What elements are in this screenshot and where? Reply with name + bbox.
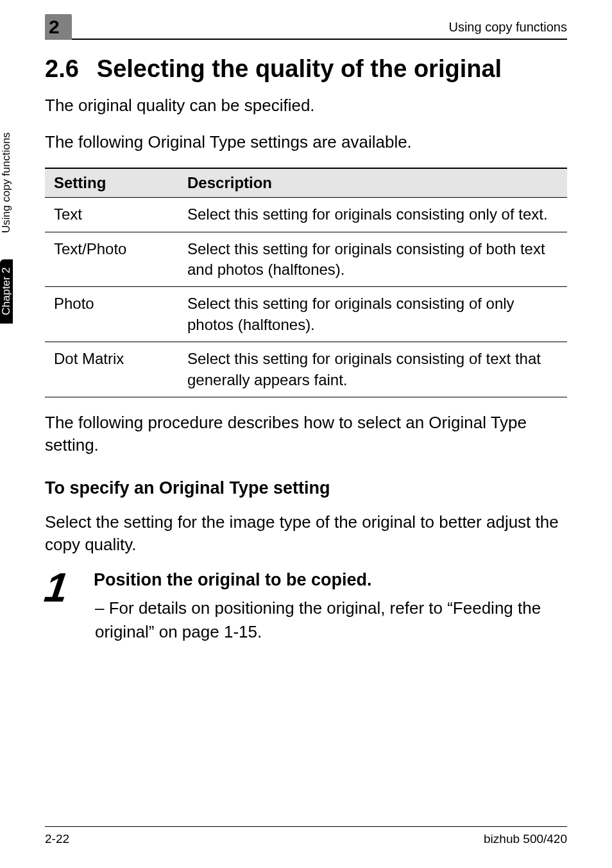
section-number: 2.6 (45, 55, 79, 83)
cell-description: Select this setting for originals consis… (178, 198, 567, 232)
side-tab: Using copy functions Chapter 2 (0, 109, 26, 327)
table-header-description: Description (178, 168, 567, 198)
cell-description: Select this setting for originals consis… (178, 342, 567, 397)
cell-setting: Text/Photo (45, 232, 178, 287)
footer-rule (45, 826, 567, 827)
side-tab-chapter-label: Chapter 2 (0, 259, 13, 324)
main-content: 2.6Selecting the quality of the original… (45, 40, 567, 643)
footer-product-name: bizhub 500/420 (484, 832, 567, 846)
cell-setting: Text (45, 198, 178, 232)
side-tab-section-label: Using copy functions (0, 109, 13, 259)
section-heading: 2.6Selecting the quality of the original (45, 55, 567, 83)
cell-description: Select this setting for originals consis… (178, 287, 567, 342)
table-row: Text Select this setting for originals c… (45, 198, 567, 232)
cell-description: Select this setting for originals consis… (178, 232, 567, 287)
step-title: Position the original to be copied. (94, 570, 567, 590)
after-table-paragraph: The following procedure describes how to… (45, 412, 567, 456)
table-header-setting: Setting (45, 168, 178, 198)
page: 2 Using copy functions Using copy functi… (0, 0, 612, 868)
section-title-text: Selecting the quality of the original (97, 55, 502, 82)
intro-paragraph-1: The original quality can be specified. (45, 94, 567, 117)
cell-setting: Dot Matrix (45, 342, 178, 397)
step-detail: – For details on positioning the origina… (94, 596, 567, 643)
procedure-step: 1 Position the original to be copied. – … (45, 570, 567, 643)
table-header-row: Setting Description (45, 168, 567, 198)
chapter-number-tab: 2 (45, 14, 72, 40)
step-number: 1 (42, 570, 82, 605)
table-row: Text/Photo Select this setting for origi… (45, 232, 567, 287)
procedure-lead: Select the setting for the image type of… (45, 511, 567, 556)
intro-paragraph-2: The following Original Type settings are… (45, 131, 567, 153)
table-row: Dot Matrix Select this setting for origi… (45, 342, 567, 397)
settings-table: Setting Description Text Select this set… (45, 168, 567, 397)
page-header: 2 Using copy functions (45, 14, 567, 40)
running-title: Using copy functions (448, 20, 567, 35)
procedure-heading: To specify an Original Type setting (45, 478, 567, 498)
table-row: Photo Select this setting for originals … (45, 287, 567, 342)
cell-setting: Photo (45, 287, 178, 342)
footer-page-number: 2-22 (45, 832, 69, 846)
step-body: Position the original to be copied. – Fo… (94, 570, 567, 643)
